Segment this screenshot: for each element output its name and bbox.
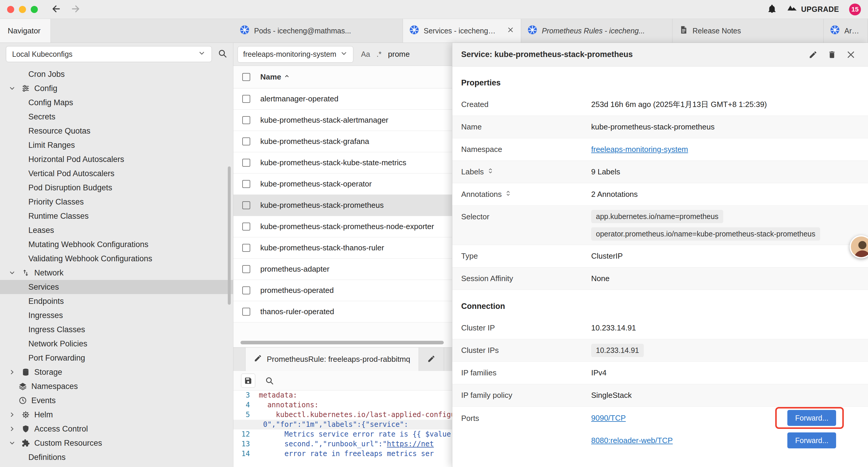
- sidebar-item-leases[interactable]: Leases: [0, 223, 233, 237]
- close-icon[interactable]: [843, 47, 859, 63]
- detail-value: 9 Labels: [591, 167, 859, 176]
- chevron-right-icon[interactable]: [7, 425, 17, 432]
- chevron-down-icon[interactable]: [7, 85, 17, 92]
- unfold-more-icon[interactable]: [505, 190, 512, 199]
- regex-toggle[interactable]: .*: [377, 50, 382, 59]
- row-checkbox[interactable]: [242, 223, 250, 231]
- notifications-bell-icon[interactable]: [767, 4, 777, 15]
- sidebar-item-config-maps[interactable]: Config Maps: [0, 95, 233, 110]
- dock-tab-partial[interactable]: [419, 348, 444, 371]
- sidebar-item-pod-disruption-budgets[interactable]: Pod Disruption Budgets: [0, 181, 233, 195]
- sidebar-item-horizontal-pod-autoscalers[interactable]: Horizontal Pod Autoscalers: [0, 152, 233, 167]
- detail-value: kube-prometheus-stack-prometheus: [591, 122, 859, 132]
- trash-icon[interactable]: [824, 47, 840, 63]
- row-checkbox[interactable]: [242, 308, 250, 316]
- editor-search-icon[interactable]: [262, 374, 277, 388]
- sidebar-item-cron-jobs[interactable]: Cron Jobs: [0, 67, 233, 81]
- sidebar-item-resource-quotas[interactable]: Resource Quotas: [0, 124, 233, 138]
- unfold-more-icon[interactable]: [487, 167, 494, 176]
- column-header-label: Name: [260, 72, 281, 82]
- select-all-checkbox[interactable]: [242, 73, 250, 81]
- puzzle-icon: [20, 439, 31, 447]
- sidebar-item-limit-ranges[interactable]: Limit Ranges: [0, 138, 233, 152]
- sidebar-search-icon[interactable]: [218, 49, 227, 59]
- upgrade-button[interactable]: UPGRADE: [787, 5, 839, 14]
- row-checkbox[interactable]: [242, 244, 250, 252]
- sidebar-item-label: Definitions: [28, 453, 66, 462]
- navigator-panel-tab[interactable]: Navigator: [0, 19, 51, 42]
- sidebar-item-endpoints[interactable]: Endpoints: [0, 294, 233, 308]
- sidebar-item-secrets[interactable]: Secrets: [0, 110, 233, 124]
- detail-value: ClusterIP: [591, 252, 859, 261]
- edit-icon[interactable]: [805, 47, 821, 63]
- notification-count-badge[interactable]: 15: [849, 4, 861, 16]
- sidebar-group-network[interactable]: Network: [0, 266, 233, 280]
- chevron-down-icon[interactable]: [7, 269, 17, 276]
- tab-pods[interactable]: Pods - icecheng@mathmas...: [234, 19, 403, 42]
- row-checkbox[interactable]: [242, 265, 250, 273]
- horizontal-scrollbar[interactable]: [241, 341, 444, 344]
- chevron-right-icon[interactable]: [7, 411, 17, 418]
- sidebar-item-port-forwarding[interactable]: Port Forwarding: [0, 351, 233, 365]
- namespace-filter-select[interactable]: freeleaps-monitoring-system: [238, 46, 353, 63]
- detail-row-labels: Labels 9 Labels: [452, 161, 868, 183]
- row-checkbox[interactable]: [242, 180, 250, 188]
- back-arrow-icon[interactable]: [52, 4, 61, 15]
- line-number: 12: [234, 430, 259, 439]
- forward-button[interactable]: Forward...: [787, 432, 836, 448]
- row-checkbox[interactable]: [242, 116, 250, 124]
- namespace-link[interactable]: freeleaps-monitoring-system: [591, 145, 688, 154]
- list-search-input[interactable]: Aa .* prome: [361, 50, 410, 59]
- namespace-filter-value: freeleaps-monitoring-system: [243, 50, 340, 59]
- sidebar-item-label: Secrets: [28, 112, 56, 121]
- sidebar-item-label: Limit Ranges: [28, 141, 75, 150]
- sidebar-item-runtime-classes[interactable]: Runtime Classes: [0, 209, 233, 223]
- sidebar-item-validating-webhook-configurations[interactable]: Validating Webhook Configurations: [0, 252, 233, 266]
- sidebar-scrollbar[interactable]: [228, 167, 231, 305]
- sidebar-item-ingresses[interactable]: Ingresses: [0, 308, 233, 322]
- tab-prometheus-rules[interactable]: Prometheus Rules - icecheng...: [521, 19, 673, 42]
- row-checkbox[interactable]: [242, 201, 250, 209]
- chevron-down-icon[interactable]: [7, 439, 17, 447]
- port-link[interactable]: 8080:reloader-web/TCP: [591, 436, 673, 445]
- row-checkbox[interactable]: [242, 286, 250, 294]
- tab-label: Prometheus Rules - icecheng...: [542, 27, 665, 35]
- code-link-text[interactable]: https://net: [387, 439, 434, 449]
- port-link[interactable]: 9090/TCP: [591, 413, 626, 423]
- tab-argo[interactable]: Argo Se: [824, 19, 868, 42]
- sidebar-group-access-control[interactable]: Access Control: [0, 422, 233, 436]
- maximize-window-button[interactable]: [31, 6, 38, 13]
- dock-tab-prometheusrule[interactable]: PrometheusRule: freeleaps-prod-rabbitmq: [245, 348, 419, 371]
- save-icon[interactable]: [241, 374, 255, 388]
- line-number: 5: [234, 410, 259, 420]
- minimize-window-button[interactable]: [19, 6, 26, 13]
- chevron-right-icon[interactable]: [7, 369, 17, 376]
- forward-button[interactable]: Forward...: [787, 410, 836, 426]
- tab-release-notes[interactable]: Release Notes: [673, 19, 824, 42]
- sidebar-item-priority-classes[interactable]: Priority Classes: [0, 195, 233, 209]
- sidebar-item-namespaces[interactable]: Namespaces: [0, 379, 233, 393]
- sidebar-item-ingress-classes[interactable]: Ingress Classes: [0, 322, 233, 337]
- sidebar-item-services[interactable]: Services: [0, 280, 233, 294]
- dock-tab-label: PrometheusRule: freeleaps-prod-rabbitmq: [267, 355, 410, 364]
- sidebar-group-storage[interactable]: Storage: [0, 365, 233, 379]
- sidebar-group-custom-resources[interactable]: Custom Resources: [0, 436, 233, 450]
- row-checkbox[interactable]: [242, 95, 250, 103]
- close-window-button[interactable]: [7, 6, 14, 13]
- name-column-header[interactable]: Name: [260, 72, 290, 82]
- line-number: 4: [234, 400, 259, 410]
- sidebar-item-vertical-pod-autoscalers[interactable]: Vertical Pod Autoscalers: [0, 167, 233, 181]
- sidebar-item-definitions[interactable]: Definitions: [0, 450, 233, 464]
- row-checkbox[interactable]: [242, 138, 250, 145]
- sidebar-group-config[interactable]: Config: [0, 81, 233, 95]
- tab-services[interactable]: Services - icecheng@math...: [403, 19, 521, 42]
- forward-arrow-icon[interactable]: [70, 4, 80, 15]
- sidebar-group-helm[interactable]: Helm: [0, 408, 233, 422]
- sidebar-item-mutating-webhook-configurations[interactable]: Mutating Webhook Configurations: [0, 237, 233, 252]
- sidebar-item-network-policies[interactable]: Network Policies: [0, 337, 233, 351]
- row-checkbox[interactable]: [242, 159, 250, 167]
- close-tab-icon[interactable]: [507, 26, 514, 35]
- match-case-toggle[interactable]: Aa: [361, 50, 370, 59]
- kubeconfig-select[interactable]: Local Kubeconfigs: [6, 46, 212, 62]
- sidebar-item-events[interactable]: Events: [0, 393, 233, 408]
